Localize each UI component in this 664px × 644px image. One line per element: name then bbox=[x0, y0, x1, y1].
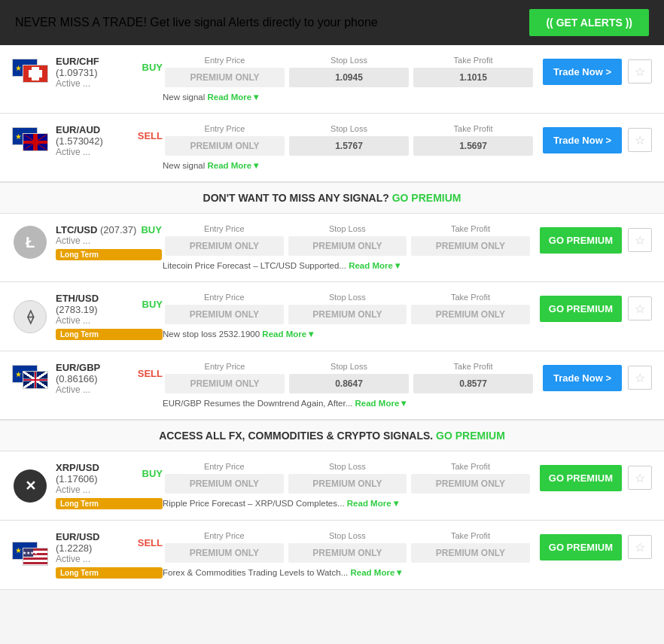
pair-name: EUR/AUD (1.573042) bbox=[56, 124, 133, 147]
take-profit-label: Take Profit bbox=[409, 293, 532, 302]
entry-price-col: Entry Price PREMIUM ONLY bbox=[163, 56, 287, 87]
pair-name-line: EUR/AUD (1.573042) SELL bbox=[56, 124, 163, 147]
pair-info: ⟠ ETH/USD (2783.19) BUY Active ... Long … bbox=[12, 293, 163, 340]
stop-loss-label: Stop Loss bbox=[286, 462, 410, 471]
stop-loss-col: Stop Loss PREMIUM ONLY bbox=[286, 531, 410, 563]
read-more-link[interactable]: Read More ▾ bbox=[350, 568, 401, 577]
favorite-button[interactable]: ☆ bbox=[628, 535, 652, 559]
read-more-link[interactable]: Read More ▾ bbox=[347, 499, 398, 508]
flag-icon: Ł bbox=[12, 229, 48, 256]
stop-loss-col: Stop Loss PREMIUM ONLY bbox=[286, 293, 410, 324]
take-profit-label: Take Profit bbox=[411, 56, 535, 65]
entry-price-col: Entry Price PREMIUM ONLY bbox=[163, 531, 286, 563]
take-profit-label: Take Profit bbox=[409, 462, 532, 471]
read-more-link[interactable]: Read More ▾ bbox=[262, 330, 313, 339]
take-profit-value: PREMIUM ONLY bbox=[411, 305, 530, 324]
pair-info: Ł LTC/USD (207.37) BUY Active ... Long T… bbox=[12, 224, 163, 260]
trade-now-button[interactable]: Trade Now > bbox=[543, 59, 622, 85]
signal-note: Ripple Price Forecast – XRP/USD Complete… bbox=[163, 498, 652, 509]
price-section: Entry Price PREMIUM ONLY Stop Loss 1.576… bbox=[163, 124, 652, 171]
signal-card: Ł LTC/USD (207.37) BUY Active ... Long T… bbox=[0, 214, 664, 282]
signal-row: ★★★ EUR/AUD (1.573042) SELL Active ... bbox=[12, 124, 652, 171]
pair-name: EUR/GBP (0.86166) bbox=[56, 362, 133, 384]
note-text: Ripple Price Forecast – XRP/USD Complete… bbox=[163, 499, 347, 508]
favorite-button[interactable]: ☆ bbox=[628, 466, 652, 490]
pair-details: ETH/USD (2783.19) BUY Active ... Long Te… bbox=[56, 293, 163, 340]
trade-now-button[interactable]: Trade Now > bbox=[543, 127, 622, 153]
get-alerts-button[interactable]: (( GET ALERTS )) bbox=[529, 9, 649, 36]
long-term-badge: Long Term bbox=[56, 249, 162, 260]
favorite-button[interactable]: ☆ bbox=[628, 296, 652, 320]
signal-row: Ł LTC/USD (207.37) BUY Active ... Long T… bbox=[12, 224, 652, 271]
action-col: GO PREMIUM ☆ bbox=[540, 465, 652, 491]
pair-info: ★★★ EUR/CHF (1.09731) BUY Active ... bbox=[12, 56, 163, 89]
divider-text: DON'T WANT TO MISS ANY SIGNAL? bbox=[203, 192, 392, 204]
pair-name: EUR/CHF (1.09731) bbox=[56, 56, 138, 78]
take-profit-label: Take Profit bbox=[411, 124, 535, 133]
signal-note: New signal Read More ▾ bbox=[163, 160, 652, 171]
flag-icon: ★★★ ★★★★★ bbox=[12, 542, 48, 569]
take-profit-value: PREMIUM ONLY bbox=[411, 236, 530, 256]
stop-loss-label: Stop Loss bbox=[286, 293, 410, 302]
pair-name-line: EUR/USD (1.2228) SELL bbox=[56, 531, 163, 554]
stop-loss-label: Stop Loss bbox=[287, 124, 411, 133]
direction-label: SELL bbox=[138, 130, 163, 141]
flag-icon: ★★★ bbox=[12, 365, 48, 392]
pair-status: Active ... bbox=[56, 384, 163, 395]
pair-name: EUR/USD (1.2228) bbox=[56, 531, 133, 554]
signal-row: ⟠ ETH/USD (2783.19) BUY Active ... Long … bbox=[12, 293, 652, 340]
price-section: Entry Price PREMIUM ONLY Stop Loss PREMI… bbox=[163, 462, 652, 509]
flag-icon: ⟠ bbox=[12, 303, 48, 330]
pair-name: LTC/USD (207.37) bbox=[56, 224, 136, 235]
flag-icon: ✕ bbox=[12, 472, 48, 500]
pair-status: Active ... bbox=[56, 78, 163, 89]
stop-loss-col: Stop Loss 0.8647 bbox=[287, 362, 411, 393]
favorite-button[interactable]: ☆ bbox=[628, 366, 652, 390]
divider-highlight: GO PREMIUM bbox=[392, 192, 461, 204]
action-col: Trade Now > ☆ bbox=[543, 59, 652, 85]
direction-label: BUY bbox=[142, 468, 163, 479]
price-headers-row: Entry Price PREMIUM ONLY Stop Loss PREMI… bbox=[163, 293, 652, 324]
note-text: New signal bbox=[163, 93, 207, 102]
go-premium-button[interactable]: GO PREMIUM bbox=[540, 227, 622, 254]
trade-now-button[interactable]: Trade Now > bbox=[543, 365, 622, 391]
pair-name: XRP/USD (1.17606) bbox=[56, 462, 138, 485]
stop-loss-value: 1.5767 bbox=[289, 136, 409, 156]
go-premium-button[interactable]: GO PREMIUM bbox=[540, 534, 622, 560]
stop-loss-value: PREMIUM ONLY bbox=[288, 305, 407, 324]
favorite-button[interactable]: ☆ bbox=[628, 128, 652, 152]
pair-info: ★★★ EUR/GBP (0.86166) SELL Active .. bbox=[12, 362, 163, 395]
pair-name-line: XRP/USD (1.17606) BUY bbox=[56, 462, 163, 485]
read-more-link[interactable]: Read More ▾ bbox=[207, 161, 258, 170]
pair-status: Active ... bbox=[56, 485, 163, 495]
pair-details: EUR/USD (1.2228) SELL Active ... Long Te… bbox=[56, 531, 163, 579]
favorite-button[interactable]: ☆ bbox=[628, 228, 652, 252]
signal-card: ★★★ EUR/GBP (0.86166) SELL Active .. bbox=[0, 351, 664, 420]
stop-loss-col: Stop Loss PREMIUM ONLY bbox=[286, 462, 410, 494]
read-more-link[interactable]: Read More ▾ bbox=[349, 261, 400, 270]
stop-loss-col: Stop Loss 1.5767 bbox=[287, 124, 411, 156]
signal-row: ✕ XRP/USD (1.17606) BUY Active ... Long … bbox=[12, 462, 652, 509]
divider-highlight: GO PREMIUM bbox=[436, 430, 505, 442]
signal-card: ★★★ EUR/AUD (1.573042) SELL Active ... bbox=[0, 114, 664, 182]
action-col: GO PREMIUM ☆ bbox=[540, 534, 652, 560]
entry-price-col: Entry Price PREMIUM ONLY bbox=[163, 124, 287, 156]
price-section: Entry Price PREMIUM ONLY Stop Loss 0.864… bbox=[163, 362, 652, 409]
entry-price-label: Entry Price bbox=[163, 124, 287, 133]
note-text: Forex & Commodities Trading Levels to Wa… bbox=[163, 568, 350, 577]
go-premium-button[interactable]: GO PREMIUM bbox=[540, 296, 622, 322]
note-text: Litecoin Price Forecast – LTC/USD Suppor… bbox=[163, 261, 349, 270]
divider-text: ACCESS ALL FX, COMMODITIES & CRYPTO SIGN… bbox=[159, 430, 436, 442]
price-section: Entry Price PREMIUM ONLY Stop Loss PREMI… bbox=[163, 531, 652, 578]
read-more-link[interactable]: Read More ▾ bbox=[355, 399, 406, 408]
entry-price-label: Entry Price bbox=[163, 462, 286, 471]
price-section: Entry Price PREMIUM ONLY Stop Loss PREMI… bbox=[163, 293, 652, 339]
long-term-badge: Long Term bbox=[56, 498, 163, 509]
pair-status: Active ... bbox=[56, 554, 163, 564]
read-more-link[interactable]: Read More ▾ bbox=[207, 93, 258, 102]
go-premium-button[interactable]: GO PREMIUM bbox=[540, 465, 622, 491]
take-profit-value: PREMIUM ONLY bbox=[411, 543, 530, 563]
favorite-button[interactable]: ☆ bbox=[628, 59, 652, 84]
pair-name-line: LTC/USD (207.37) BUY bbox=[56, 224, 162, 235]
direction-label: SELL bbox=[138, 537, 163, 548]
